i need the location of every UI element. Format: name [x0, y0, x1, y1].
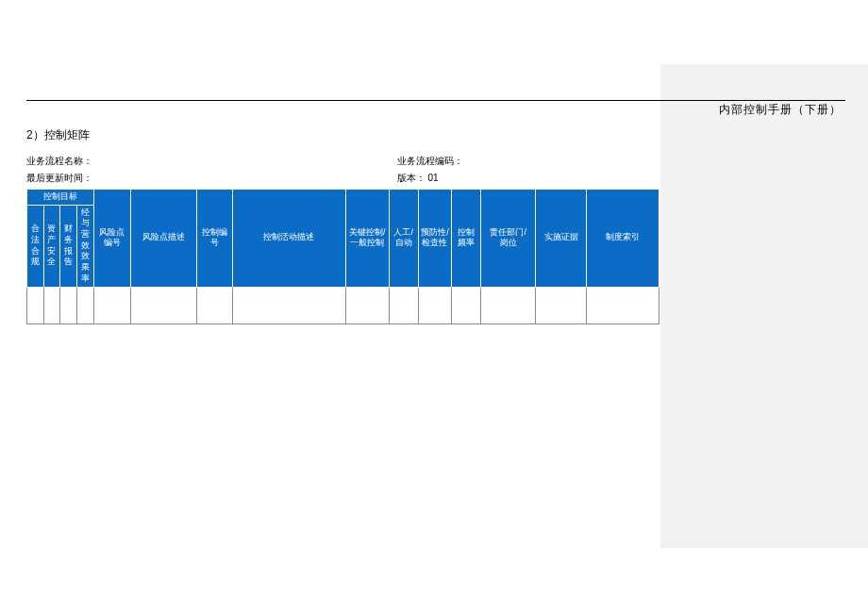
- cell-manual: [389, 287, 418, 324]
- th-key-control: 关键控制/ 一般控制: [346, 190, 390, 288]
- th-system-index: 制度索引: [587, 190, 659, 288]
- th-risk-no: 风险点编号: [93, 190, 130, 288]
- th-evidence: 实施证据: [536, 190, 587, 288]
- cell-control-desc: [232, 287, 345, 324]
- cell-evidence: [536, 287, 587, 324]
- th-department: 责任部门/ 岗位: [481, 190, 536, 288]
- cell-efficiency: [76, 287, 93, 324]
- cell-dept: [481, 287, 536, 324]
- th-manual-auto: 人工/ 自动: [389, 190, 418, 288]
- cell-key-control: [346, 287, 390, 324]
- th-efficiency: 经与营效效果率: [76, 205, 93, 287]
- cell-preventive: [418, 287, 451, 324]
- process-code-label: 业务流程编码：: [397, 155, 463, 168]
- cell-financial-report: [60, 287, 77, 324]
- cell-asset-safety: [43, 287, 60, 324]
- cell-risk-desc: [130, 287, 197, 324]
- cell-control-no: [197, 287, 232, 324]
- th-financial-report: 财务报告: [60, 205, 77, 287]
- th-asset-safety: 资产安全: [43, 205, 60, 287]
- th-risk-desc: 风险点描述: [130, 190, 197, 288]
- control-matrix-table: 控制目标 风险点编号 风险点描述 控制编号 控制活动描述 关键控制/ 一般控制 …: [26, 189, 659, 324]
- cell-freq: [452, 287, 481, 324]
- meta-row-2: 最后更新时间： 版本： 01: [26, 172, 845, 185]
- title-underline: [26, 100, 845, 101]
- meta-row-1: 业务流程名称： 业务流程编码：: [26, 155, 845, 168]
- th-control-desc: 控制活动描述: [232, 190, 345, 288]
- th-compliance: 合法合规: [27, 205, 44, 287]
- cell-risk-no: [93, 287, 130, 324]
- update-time-label: 最后更新时间：: [26, 172, 92, 185]
- th-frequency: 控制 频率: [452, 190, 481, 288]
- th-control-no: 控制编号: [197, 190, 232, 288]
- table-row: [27, 287, 659, 324]
- version-value: 01: [428, 173, 439, 183]
- th-control-objective: 控制目标: [27, 190, 94, 206]
- cell-system-index: [587, 287, 659, 324]
- section-title: 2）控制矩阵: [26, 127, 845, 143]
- th-preventive: 预防性/ 检查性: [418, 190, 451, 288]
- version-label: 版本：: [397, 172, 426, 185]
- cell-compliance: [27, 287, 44, 324]
- book-title: 内部控制手册（下册）: [719, 102, 842, 118]
- process-name-label: 业务流程名称：: [26, 155, 92, 168]
